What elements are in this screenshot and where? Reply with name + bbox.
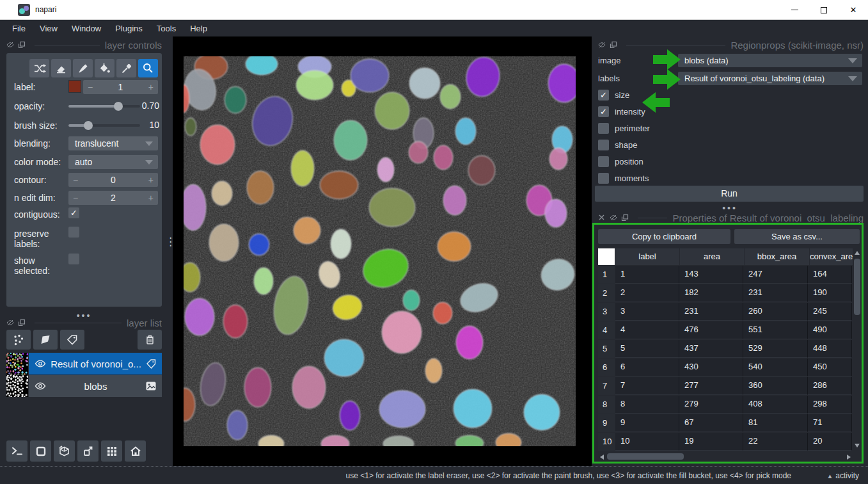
run-button[interactable]: Run (595, 186, 864, 202)
minimize-button[interactable] (780, 0, 809, 20)
layer-visibility-eye-icon[interactable] (35, 359, 46, 368)
table-cell[interactable]: 408 (743, 396, 808, 414)
vertical-scrollbar[interactable] (853, 248, 862, 450)
new-labels-layer-button[interactable] (60, 330, 84, 350)
table-cell[interactable]: 190 (808, 284, 852, 302)
shape-checkbox[interactable]: ✓ (598, 140, 609, 150)
table-cell[interactable]: 143 (679, 266, 743, 284)
label-spinbox[interactable]: −1+ (83, 80, 158, 94)
table-cell[interactable]: 540 (743, 359, 808, 376)
roll-dimensions-button[interactable] (54, 440, 75, 462)
grid-view-button[interactable] (101, 440, 122, 462)
table-cell[interactable]: 279 (679, 396, 743, 414)
row-number[interactable]: 3 (598, 303, 615, 321)
table-cell[interactable]: 10 (615, 433, 679, 451)
table-row[interactable]: 1010192220 (598, 433, 852, 451)
hide-panel-icon[interactable] (6, 319, 14, 327)
position-checkbox[interactable]: ✓ (598, 156, 609, 167)
float-panel-icon[interactable] (18, 41, 26, 49)
toggle-ndisplay-button[interactable] (30, 440, 51, 462)
slider-handle[interactable] (114, 102, 123, 111)
contiguous-checkbox[interactable]: ✓ (68, 207, 79, 218)
menu-item-help[interactable]: Help (183, 21, 214, 36)
table-cell[interactable]: 20 (808, 433, 852, 451)
slider-handle[interactable] (84, 121, 93, 130)
row-number[interactable]: 7 (598, 377, 615, 395)
horizontal-scrollbar-thumb[interactable] (607, 453, 684, 460)
new-points-layer-button[interactable] (6, 330, 31, 350)
labels-dropdown[interactable]: Result of voronoi_otsu_labeling (data) (678, 72, 862, 85)
scroll-left-icon[interactable] (600, 455, 604, 460)
table-cell[interactable]: 448 (808, 340, 852, 358)
console-button[interactable] (6, 440, 28, 462)
scroll-right-icon[interactable] (847, 455, 851, 460)
table-cell[interactable]: 5 (615, 340, 679, 358)
table-cell[interactable]: 22 (743, 433, 808, 451)
row-number[interactable]: 2 (598, 284, 615, 302)
copy-to-clipboard-button[interactable]: Copy to clipboard (598, 229, 730, 244)
hide-panel-icon[interactable] (598, 41, 606, 49)
shuffle-colors-button[interactable] (29, 59, 49, 77)
hide-panel-icon[interactable] (610, 214, 617, 222)
table-cell[interactable]: 529 (743, 340, 808, 358)
horizontal-scrollbar[interactable] (598, 453, 853, 460)
delete-layer-button[interactable] (138, 330, 162, 350)
increment-icon[interactable]: + (148, 193, 154, 203)
viewer-canvas[interactable] (173, 36, 592, 466)
column-header-area[interactable]: area (680, 248, 744, 265)
table-cell[interactable]: 450 (808, 359, 852, 376)
table-cell[interactable]: 67 (679, 414, 743, 432)
row-number[interactable]: 9 (598, 414, 615, 432)
table-cell[interactable]: 490 (808, 321, 852, 339)
table-cell[interactable]: 164 (808, 266, 852, 284)
hide-panel-icon[interactable] (6, 41, 14, 49)
table-cell[interactable]: 286 (808, 377, 852, 395)
table-cell[interactable]: 245 (808, 303, 852, 321)
column-header-label[interactable]: label (615, 248, 679, 265)
column-header-convex_area[interactable]: convex_area (810, 248, 854, 265)
table-cell[interactable]: 476 (679, 321, 743, 339)
image-dropdown[interactable]: blobs (data) (678, 54, 862, 67)
n-edit-dim-spinbox[interactable]: −2+ (68, 191, 158, 205)
vertical-scrollbar-thumb[interactable] (854, 259, 860, 315)
blending-dropdown[interactable]: translucent (68, 136, 158, 150)
row-number[interactable]: 5 (598, 340, 615, 358)
fill-bucket-button[interactable] (95, 59, 114, 77)
table-row[interactable]: 33231260245 (598, 303, 852, 321)
row-number[interactable]: 8 (598, 396, 615, 414)
layer-item-blobs[interactable]: blobs (6, 375, 162, 397)
menu-item-plugins[interactable]: Plugins (108, 21, 150, 36)
pan-zoom-button[interactable] (138, 59, 158, 77)
row-number[interactable]: 4 (598, 321, 615, 339)
color-mode-dropdown[interactable]: auto (68, 155, 158, 169)
table-row[interactable]: 44476551490 (598, 321, 852, 340)
table-row[interactable]: 55437529448 (598, 340, 852, 359)
label-color-swatch[interactable] (68, 80, 81, 93)
table-cell[interactable]: 2 (615, 284, 679, 302)
size-checkbox[interactable]: ✓ (598, 90, 609, 101)
table-cell[interactable]: 71 (808, 414, 852, 432)
menu-item-window[interactable]: Window (65, 21, 108, 36)
maximize-button[interactable] (809, 0, 839, 20)
column-header-bbox_area[interactable]: bbox_area (745, 248, 809, 265)
table-row[interactable]: 77277360286 (598, 377, 852, 396)
table-row[interactable]: 11143247164 (598, 266, 852, 284)
close-panel-icon[interactable] (598, 214, 606, 222)
table-row[interactable]: 22182231190 (598, 284, 852, 303)
table-cell[interactable]: 231 (743, 284, 808, 302)
row-number[interactable]: 6 (598, 359, 615, 376)
brush-size-slider[interactable] (68, 124, 140, 127)
table-cell[interactable]: 298 (808, 396, 852, 414)
moments-checkbox[interactable]: ✓ (598, 173, 609, 184)
table-cell[interactable]: 8 (615, 396, 679, 414)
new-shapes-layer-button[interactable] (33, 330, 58, 350)
save-as-csv-button[interactable]: Save as csv... (734, 229, 860, 244)
intensity-checkbox[interactable]: ✓ (598, 106, 609, 117)
activity-button[interactable]: ▲activity (826, 471, 859, 480)
row-number[interactable]: 1 (598, 266, 615, 284)
increment-icon[interactable]: + (148, 82, 154, 92)
table-cell[interactable]: 4 (615, 321, 679, 339)
scroll-down-icon[interactable] (855, 444, 860, 448)
perimeter-checkbox[interactable]: ✓ (598, 123, 609, 134)
table-row[interactable]: 99678171 (598, 414, 852, 433)
